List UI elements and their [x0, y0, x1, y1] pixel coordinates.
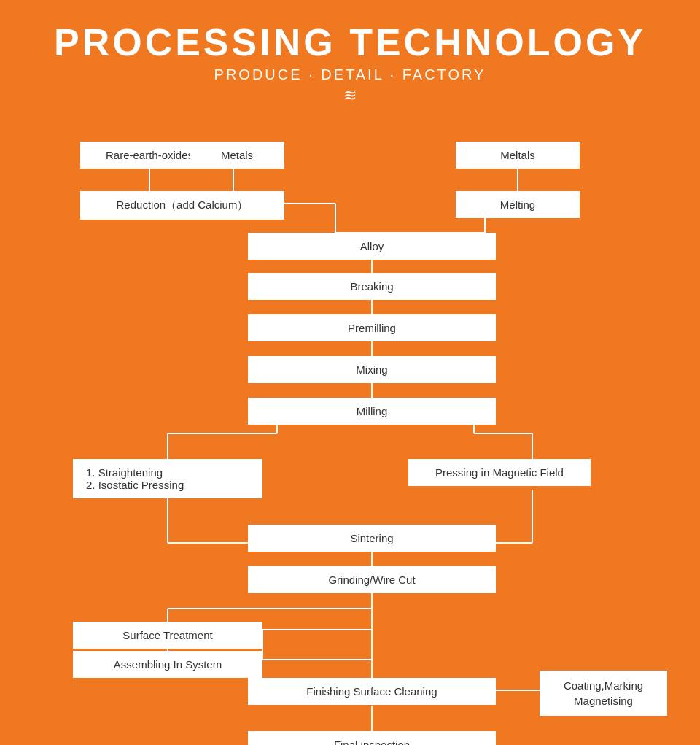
reduction-box: Reduction（add Calcium） — [80, 191, 284, 220]
flow-diagram: Rare-earth-oxides Metals Meltals Reducti… — [22, 127, 678, 745]
page-wrapper: PROCESSING TECHNOLOGY PRODUCE · DETAIL ·… — [0, 0, 700, 745]
alloy-box: Alloy — [248, 233, 496, 260]
pressing-box: Pressing in Magnetic Field — [408, 459, 591, 486]
melting-box: Melting — [456, 191, 580, 218]
straightening-box: 1. Straightening 2. Isostatic Pressing — [73, 459, 262, 498]
main-title: PROCESSING TECHNOLOGY — [0, 22, 700, 63]
meltals-box: Meltals — [456, 142, 580, 169]
sintering-box: Sintering — [248, 525, 496, 552]
grinding-box: Grinding/Wire Cut — [248, 566, 496, 593]
sub-title: PRODUCE · DETAIL · FACTORY — [0, 66, 700, 83]
premilling-box: Premilling — [248, 314, 496, 341]
surface-box: Surface Treatment — [73, 622, 262, 649]
header: PROCESSING TECHNOLOGY PRODUCE · DETAIL ·… — [0, 22, 700, 105]
milling-box: Milling — [248, 398, 496, 425]
divider-icon: ≋ — [0, 86, 700, 105]
finishing-box: Finishing Surface Cleaning — [248, 678, 496, 705]
final-inspection-box: Final inspection — [248, 731, 496, 745]
mixing-box: Mixing — [248, 356, 496, 383]
breaking-box: Breaking — [248, 273, 496, 300]
coating-box: Coating,Marking Magnetising — [540, 671, 667, 716]
assembling-box: Assembling In System — [73, 651, 262, 678]
metals-box: Metals — [190, 142, 284, 169]
